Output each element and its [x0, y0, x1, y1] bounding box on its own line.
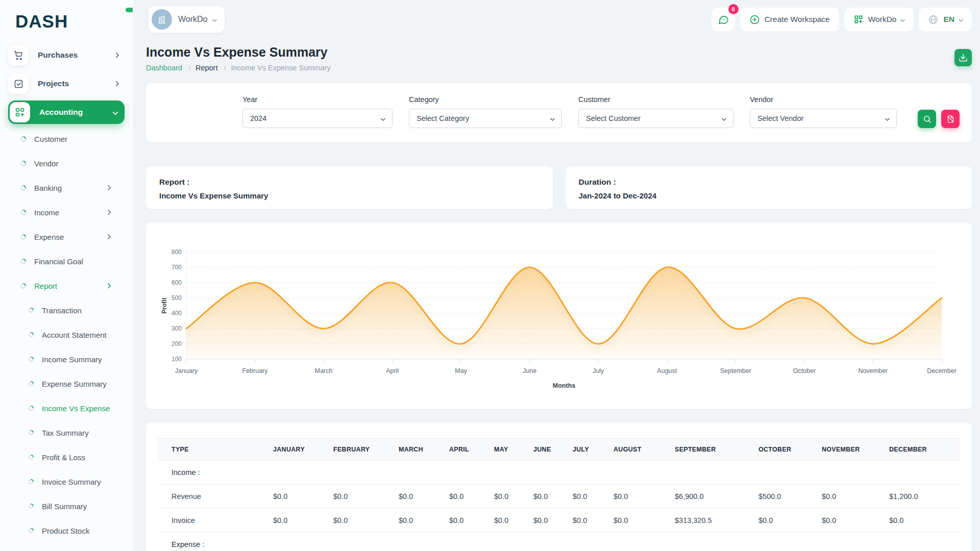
- cell-value: $0.0: [484, 509, 523, 533]
- sidebar-item-projects[interactable]: Projects: [8, 69, 125, 98]
- vendor-select[interactable]: Select Vendor: [750, 109, 897, 128]
- customer-filter: Customer Select Customer: [578, 95, 733, 128]
- duration-summary-card: Duration : Jan-2024 to Dec-2024: [566, 166, 972, 209]
- sidebar-item-cash-flow[interactable]: Cash Flow: [8, 543, 125, 551]
- bullet-icon: [19, 135, 28, 143]
- column-header: MAY: [484, 439, 523, 461]
- table-row: Revenue$0.0$0.0$0.0$0.0$0.0$0.0$0.0$0.0$…: [158, 485, 960, 509]
- create-workspace-button[interactable]: Create Workspace: [740, 8, 839, 31]
- svg-text:200: 200: [172, 340, 182, 347]
- svg-text:September: September: [720, 367, 751, 374]
- sidebar-item-tax-summary[interactable]: Tax Summary: [8, 420, 125, 445]
- sidebar-item-label: Profit & Loss: [42, 453, 85, 462]
- sidebar-item-label: Financial Goal: [34, 257, 83, 266]
- sidebar-item-label: Banking: [34, 184, 62, 192]
- sidebar-item-label: Income Vs Expense: [42, 404, 110, 413]
- cell-value: $0.0: [603, 485, 665, 509]
- sidebar-item-vendor[interactable]: Vendor: [8, 151, 125, 176]
- sidebar-item-profit-loss[interactable]: Profit & Loss: [8, 445, 125, 469]
- sidebar-item-label: Report: [34, 282, 57, 290]
- year-select[interactable]: 2024: [242, 109, 393, 128]
- bullet-icon: [28, 454, 35, 461]
- svg-text:April: April: [386, 367, 399, 374]
- svg-text:May: May: [455, 367, 467, 374]
- reset-filter-button[interactable]: [941, 110, 960, 128]
- clear-filter-icon: [946, 115, 955, 123]
- logo-dash-accent: [126, 8, 133, 12]
- breadcrumb-report[interactable]: Report: [195, 64, 218, 72]
- language-label: EN: [943, 15, 954, 24]
- bullet-icon: [28, 331, 35, 338]
- sidebar-item-transaction[interactable]: Transaction: [8, 298, 125, 322]
- column-header: SEPTEMBER: [665, 439, 748, 461]
- svg-text:July: July: [593, 367, 604, 374]
- category-filter: Category Select Category: [409, 95, 562, 128]
- sidebar-item-invoice-summary[interactable]: Invoice Summary: [8, 469, 125, 494]
- filter-actions: [918, 110, 960, 128]
- svg-text:November: November: [859, 367, 888, 374]
- topbar: WorkDo 0 Create Workspace: [146, 0, 972, 34]
- sidebar-item-income-vs-expense[interactable]: Income Vs Expense: [8, 396, 125, 420]
- cell-value: $6,900.0: [665, 485, 748, 509]
- sidebar-item-customer[interactable]: Customer: [8, 127, 125, 151]
- svg-text:Months: Months: [553, 382, 575, 389]
- sidebar-item-banking[interactable]: Banking: [8, 176, 125, 200]
- category-select[interactable]: Select Category: [409, 109, 562, 128]
- download-report-button[interactable]: [954, 49, 972, 66]
- bullet-icon: [28, 356, 35, 363]
- report-label: Report :: [159, 178, 540, 187]
- cell-value: $0.0: [812, 509, 879, 533]
- language-selector[interactable]: EN: [919, 8, 972, 31]
- income-expense-table: TYPEJANUARYFEBRUARYMARCHAPRILMAYJUNEJULY…: [158, 438, 960, 551]
- chevron-right-icon: [105, 209, 111, 215]
- sidebar-item-expense-summary[interactable]: Expense Summary: [8, 371, 125, 396]
- customer-label: Customer: [578, 95, 733, 104]
- svg-text:500: 500: [172, 294, 182, 302]
- cell-value: $0.0: [562, 509, 603, 533]
- breadcrumb-dashboard[interactable]: Dashboard: [146, 64, 182, 72]
- chevron-down-icon: [900, 17, 905, 22]
- chevron-right-icon: [105, 234, 111, 239]
- cell-value: $500.0: [748, 485, 812, 509]
- bullet-icon: [28, 380, 35, 387]
- column-header: JUNE: [523, 439, 562, 461]
- chevron-down-icon: [550, 116, 555, 121]
- sidebar-item-product-stock[interactable]: Product Stock: [8, 518, 125, 543]
- sidebar-item-account-statement[interactable]: Account Statement: [8, 322, 125, 347]
- report-value: Income Vs Expense Summary: [159, 191, 540, 200]
- sidebar-item-label: Customer: [34, 135, 67, 143]
- cell-value: $1,200.0: [879, 485, 960, 509]
- cell-value: $0.0: [879, 509, 960, 533]
- messages-button[interactable]: 0: [712, 8, 735, 31]
- sidebar-item-income[interactable]: Income: [8, 200, 125, 224]
- apply-filter-button[interactable]: [918, 110, 936, 128]
- sidebar-item-accounting[interactable]: Accounting: [8, 101, 125, 124]
- sidebar-item-label: Tax Summary: [42, 429, 89, 437]
- chevron-right-icon: [113, 52, 119, 58]
- customer-select[interactable]: Select Customer: [578, 109, 733, 128]
- workspace-selector[interactable]: WorkDo: [149, 6, 225, 33]
- breadcrumb: Dashboard Report Income Vs Expense Summa…: [146, 64, 972, 72]
- workdo-menu-button[interactable]: WorkDo: [844, 8, 914, 31]
- sidebar-item-income-summary[interactable]: Income Summary: [8, 347, 125, 371]
- category-label: Category: [409, 95, 562, 104]
- column-header: OCTOBER: [748, 439, 812, 461]
- sidebar-item-expense[interactable]: Expense: [8, 224, 125, 249]
- chevron-down-icon: [885, 116, 890, 121]
- sidebar-item-financial-goal[interactable]: Financial Goal: [8, 249, 125, 273]
- sidebar-item-report[interactable]: Report: [8, 273, 125, 298]
- sidebar-item-purchases[interactable]: Purchases: [8, 41, 125, 69]
- app-logo[interactable]: DASH: [0, 0, 133, 39]
- table-row: Invoice$0.0$0.0$0.0$0.0$0.0$0.0$0.0$0.0$…: [158, 509, 960, 533]
- cell-value: $0.0: [748, 509, 812, 533]
- report-summary-card: Report : Income Vs Expense Summary: [146, 166, 553, 209]
- year-filter: Year 2024: [242, 95, 393, 128]
- bullet-icon: [19, 233, 28, 241]
- cell-value: $0.0: [323, 509, 388, 533]
- cell-value: $0.0: [812, 485, 879, 509]
- income-expense-table-card: TYPEJANUARYFEBRUARYMARCHAPRILMAYJUNEJULY…: [146, 422, 972, 551]
- customer-select-value: Select Customer: [586, 114, 641, 122]
- cell-value: $0.0: [388, 509, 439, 533]
- table-header-row: TYPEJANUARYFEBRUARYMARCHAPRILMAYJUNEJULY…: [158, 439, 960, 461]
- sidebar-item-bill-summary[interactable]: Bill Summary: [8, 494, 125, 518]
